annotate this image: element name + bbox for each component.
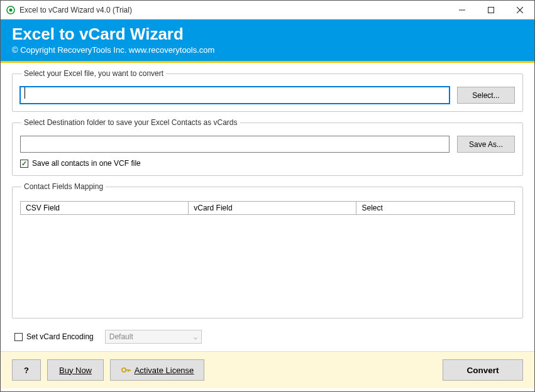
destination-legend: Select Destination folder to save your E… (21, 118, 240, 127)
source-legend: Select your Excel file, you want to conv… (21, 69, 166, 78)
mapping-col-select[interactable]: Select (356, 202, 515, 215)
svg-point-1 (9, 8, 13, 11)
destination-folder-input[interactable] (20, 136, 450, 153)
app-icon (6, 5, 16, 15)
key-icon (121, 366, 131, 374)
encoding-selected-value: Default (109, 332, 133, 341)
minimize-button[interactable] (448, 1, 477, 19)
help-button[interactable]: ? (12, 359, 41, 381)
encoding-select: Default ⌵ (105, 330, 202, 344)
banner-heading: Excel to vCard Wizard (12, 24, 523, 44)
select-file-button[interactable]: Select... (457, 87, 515, 104)
svg-rect-3 (488, 7, 494, 13)
mapping-col-vcard[interactable]: vCard Field (189, 202, 356, 215)
close-button[interactable] (505, 1, 534, 19)
save-as-button[interactable]: Save As... (457, 136, 515, 153)
destination-group: Select Destination folder to save your E… (12, 118, 523, 176)
one-vcf-label: Save all contacts in one VCF file (32, 159, 141, 168)
encoding-label: Set vCard Encoding (26, 332, 94, 341)
window-title: Excel to vCard Wizard v4.0 (Trial) (19, 6, 448, 14)
buy-now-button[interactable]: Buy Now (47, 359, 104, 381)
activate-license-button[interactable]: Activate License (110, 359, 204, 381)
mapping-body-empty (20, 215, 515, 314)
content-area: Select your Excel file, you want to conv… (1, 63, 534, 344)
mapping-table: CSV Field vCard Field Select (20, 201, 515, 215)
mapping-legend: Contact Fields Mapping (21, 182, 106, 191)
footer: ? Buy Now Activate License Convert (1, 351, 534, 388)
source-file-group: Select your Excel file, you want to conv… (12, 69, 523, 112)
mapping-group: Contact Fields Mapping CSV Field vCard F… (12, 182, 523, 318)
encoding-row: Set vCard Encoding Default ⌵ (14, 330, 523, 344)
maximize-button[interactable] (477, 1, 505, 19)
svg-point-6 (121, 368, 125, 372)
encoding-checkbox[interactable] (14, 333, 23, 341)
one-vcf-checkbox[interactable] (20, 160, 28, 168)
banner: Excel to vCard Wizard © Copyright Recove… (1, 19, 534, 61)
mapping-col-csv[interactable]: CSV Field (21, 202, 189, 215)
titlebar: Excel to vCard Wizard v4.0 (Trial) (1, 1, 534, 19)
window-controls (448, 1, 534, 19)
source-file-input[interactable] (20, 87, 450, 104)
banner-copyright: © Copyright RecoveryTools Inc. www.recov… (12, 45, 523, 55)
convert-button[interactable]: Convert (443, 359, 523, 381)
chevron-down-icon: ⌵ (190, 334, 201, 340)
